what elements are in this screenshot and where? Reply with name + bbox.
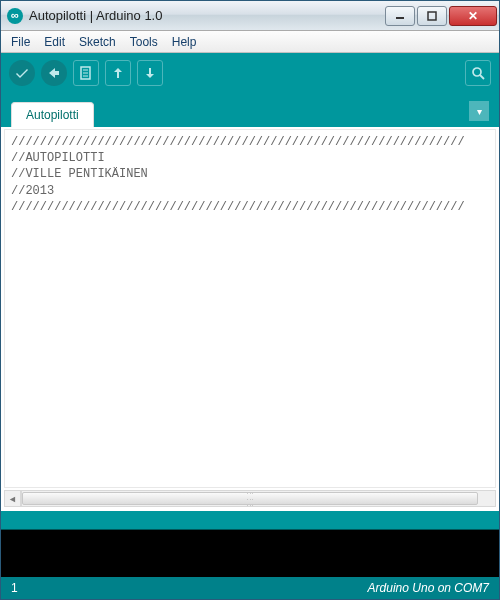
window-title: Autopilotti | Arduino 1.0 xyxy=(29,8,162,23)
code-line: //VILLE PENTIKÄINEN xyxy=(11,167,148,181)
menu-help[interactable]: Help xyxy=(166,33,203,51)
svg-point-6 xyxy=(473,68,481,76)
new-button[interactable] xyxy=(73,60,99,86)
code-line: //AUTOPILOTTI xyxy=(11,151,105,165)
statusbar: 1 Arduino Uno on COM7 xyxy=(1,577,499,599)
status-board-port: Arduino Uno on COM7 xyxy=(368,581,489,595)
menu-sketch[interactable]: Sketch xyxy=(73,33,122,51)
app-window: Autopilotti | Arduino 1.0 ✕ File Edit Sk… xyxy=(0,0,500,600)
code-editor[interactable]: ////////////////////////////////////////… xyxy=(4,129,496,488)
maximize-button[interactable] xyxy=(417,6,447,26)
menu-edit[interactable]: Edit xyxy=(38,33,71,51)
verify-button[interactable] xyxy=(9,60,35,86)
upload-button[interactable] xyxy=(41,60,67,86)
serial-monitor-button[interactable] xyxy=(465,60,491,86)
menubar: File Edit Sketch Tools Help xyxy=(1,31,499,53)
tab-active[interactable]: Autopilotti xyxy=(11,102,94,127)
scroll-left-icon[interactable]: ◄ xyxy=(5,491,21,506)
menu-tools[interactable]: Tools xyxy=(124,33,164,51)
save-button[interactable] xyxy=(137,60,163,86)
open-button[interactable] xyxy=(105,60,131,86)
code-line: ////////////////////////////////////////… xyxy=(11,135,465,149)
code-line: ////////////////////////////////////////… xyxy=(11,200,465,214)
message-bar xyxy=(1,511,499,529)
scroll-track[interactable] xyxy=(22,492,478,505)
menu-file[interactable]: File xyxy=(5,33,36,51)
scroll-thumb[interactable] xyxy=(22,492,478,505)
minimize-button[interactable] xyxy=(385,6,415,26)
close-button[interactable]: ✕ xyxy=(449,6,497,26)
arduino-logo-icon xyxy=(7,8,23,24)
code-line: //2013 xyxy=(11,184,54,198)
svg-line-7 xyxy=(480,75,484,79)
editor-area: ////////////////////////////////////////… xyxy=(1,127,499,511)
status-line-number: 1 xyxy=(11,581,18,595)
console-output[interactable] xyxy=(1,529,499,577)
titlebar[interactable]: Autopilotti | Arduino 1.0 ✕ xyxy=(1,1,499,31)
svg-rect-1 xyxy=(428,12,436,20)
horizontal-scrollbar[interactable]: ◄ ► xyxy=(4,490,496,507)
toolbar xyxy=(1,53,499,93)
svg-rect-0 xyxy=(396,17,404,19)
tabstrip: Autopilotti ▾ xyxy=(1,93,499,127)
tab-menu-button[interactable]: ▾ xyxy=(469,101,489,121)
